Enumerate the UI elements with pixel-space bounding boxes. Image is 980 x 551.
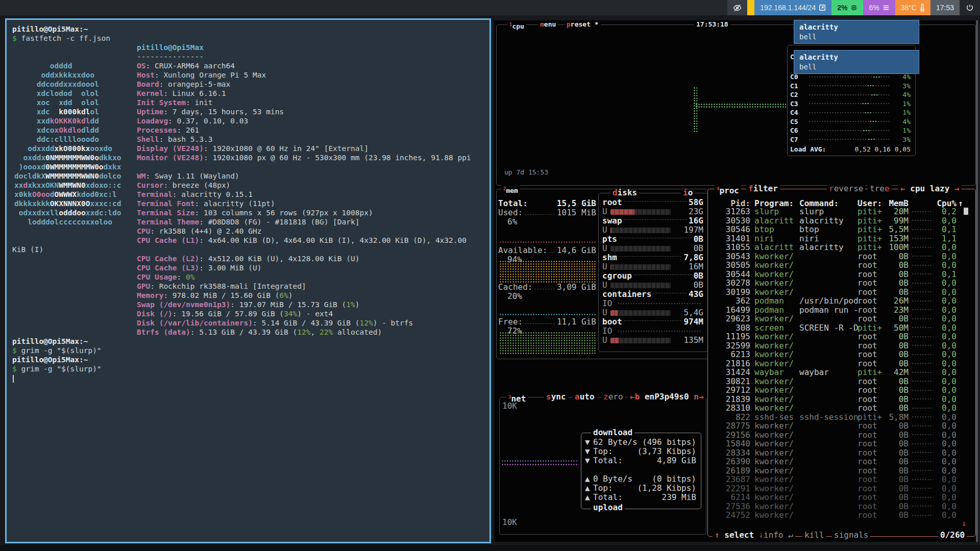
net-auto-button[interactable]: auto xyxy=(573,393,597,400)
process-row[interactable]: 822sshd-sessshd-sessionpiti+5,8M0,0 xyxy=(710,413,972,422)
process-row[interactable]: 27536kworker/root0B0,0 xyxy=(710,502,972,511)
proc-reverse-button[interactable]: reverse xyxy=(827,185,865,192)
process-row[interactable]: 11195kworker/root0B0,0 xyxy=(710,332,972,341)
core-meter xyxy=(808,76,889,78)
notification[interactable]: alacrittybell xyxy=(794,20,919,44)
core-meter xyxy=(808,85,889,87)
process-row[interactable]: 21839kworker/root0B0,0 xyxy=(710,395,972,404)
terminal-line: xdcoxOkdlodldd xyxy=(14,126,121,135)
text-cursor xyxy=(13,375,14,383)
proc-info-button[interactable]: info ↵ xyxy=(762,532,795,539)
core-label: C2 xyxy=(790,90,804,99)
terminal-window[interactable]: pitillo@Opi5Max:~$ fastfetch -c ff.json … xyxy=(5,18,491,543)
btop-menu-button[interactable]: menu xyxy=(538,21,558,28)
crux-ascii-logo: odddd oddxkkkxxdoo ddcoddxxxdoool xdclod… xyxy=(14,61,121,227)
proc-tree-button[interactable]: tree xyxy=(868,185,892,192)
btop-disks-tab[interactable]: disks xyxy=(610,189,639,196)
net-interface-switcher[interactable]: ←b enP3p49s0 n→ xyxy=(628,393,706,400)
process-row[interactable]: 30543kworker/root0B0,0 xyxy=(710,252,972,261)
process-row[interactable]: 28310kworker/root0B0,0 xyxy=(710,404,972,413)
temperature-module[interactable]: 38°C xyxy=(895,0,930,15)
core-label: C4 xyxy=(790,108,804,117)
terminal-line: xdc k000kdlol xyxy=(14,107,121,116)
process-row[interactable]: 28334kworker/root0B0,0 xyxy=(710,448,972,458)
proc-kill-button[interactable]: kill xyxy=(802,532,826,539)
btop-preset-button[interactable]: preset * xyxy=(565,21,601,28)
process-row[interactable]: 32599kworker/root0B0,0 xyxy=(710,341,972,350)
process-row[interactable]: 30278kworker/root0B0,0 xyxy=(710,279,972,288)
notification-body: bell xyxy=(799,32,914,42)
terminal-line: Disk (/var/lib/containers): 5.14 GiB / 4… xyxy=(137,318,471,328)
workspace-indicator[interactable] xyxy=(747,0,754,15)
cpu-module[interactable]: 2% xyxy=(831,0,863,15)
bottom-strip xyxy=(0,545,980,551)
scrollbar-thumb[interactable] xyxy=(964,208,968,215)
proc-select-button[interactable]: ↑ select ↓ xyxy=(713,532,766,539)
process-row[interactable]: 28775kworker/root0B0,0 xyxy=(710,421,972,431)
terminal-line: $ fastfetch -c ff.json xyxy=(12,34,110,43)
mem-cached-graph xyxy=(499,313,596,316)
process-row[interactable]: 308screenSCREEN -R -Dpiti+50M0,0 xyxy=(710,323,972,333)
disk-io-row: IO xyxy=(602,327,703,336)
terminal-line: CPU Cache (L1): 4x64.00 KiB (D), 4x64.00… xyxy=(137,236,471,245)
process-row[interactable]: 29712kworker/root0B0,0 xyxy=(710,386,972,395)
proc-selected-count: 0/260 xyxy=(938,532,967,539)
net-upload-label: upload xyxy=(591,504,625,511)
process-row[interactable]: 23687kworker/root0B0,0 xyxy=(710,475,972,484)
process-row[interactable]: 24752kworker/root0B0,0 xyxy=(710,511,972,520)
terminal-line: Terminal: alacritty 0.15.1 xyxy=(137,190,471,199)
process-row[interactable]: 26390kworker/root0B0,0 xyxy=(710,457,972,466)
net-sync-button[interactable]: sync xyxy=(544,393,568,400)
memory-module[interactable]: 6% xyxy=(863,0,895,15)
process-row[interactable]: 26189kworker/root0B0,0 xyxy=(710,466,972,475)
clock-time: 17:53 xyxy=(936,4,954,12)
process-row[interactable]: 31401niriniripiti+153M1,1 xyxy=(710,234,972,243)
process-row[interactable]: 31055alacrittalacrittypiti+100M0,0 xyxy=(710,243,972,252)
process-row[interactable]: 30530alacrittalacrittypiti+99M0,0 xyxy=(710,216,972,226)
core-label: C5 xyxy=(790,117,804,127)
core-label: C1 xyxy=(790,82,804,91)
power-button[interactable] xyxy=(960,0,980,15)
process-row[interactable]: 6213kworker/root0B0,0 xyxy=(710,350,972,359)
process-row[interactable]: 15840kworker/root0B0,0 xyxy=(710,439,972,448)
mem-used-row: Used:1015 MiB xyxy=(498,208,596,217)
net-zero-button[interactable]: zero xyxy=(601,393,625,400)
process-row[interactable]: 30821kworker/root0B0,0 xyxy=(710,377,972,386)
process-row[interactable]: 16499podmanpodman run -root23M0,0 xyxy=(710,306,972,315)
proc-filter-button[interactable]: filter xyxy=(746,185,780,192)
btop-proc-tab[interactable]: 4proc xyxy=(715,185,741,194)
cpu-core-row: C1 3% xyxy=(790,82,911,91)
net-scale-top: 10K xyxy=(502,401,517,411)
btop-io-toggle[interactable]: io xyxy=(681,189,695,196)
network-address: 192.168.1.144/24 xyxy=(760,4,816,12)
process-row[interactable]: 30199kworker/root0B0,0 xyxy=(710,288,972,297)
core-percent: 1% xyxy=(893,126,911,135)
notification-app: alacritty xyxy=(799,53,914,62)
process-row[interactable]: 31263slurpslurppiti+20M0,2 xyxy=(710,207,972,216)
btop-cpu-tab[interactable]: 1cpu xyxy=(507,21,526,30)
process-row[interactable]: 21816kworker/root0B0,0 xyxy=(710,359,972,368)
notification[interactable]: alacrittybell xyxy=(794,50,919,74)
process-row[interactable]: 30505kworker/root0B0,0 xyxy=(710,261,972,270)
terminal-line: oxddx0NMMMMMMWW0odkkxo xyxy=(14,153,121,162)
process-row[interactable]: 29623kworker/root0B0,0 xyxy=(710,314,972,323)
btop-mem-tab[interactable]: 2mem xyxy=(501,185,520,194)
core-label: C6 xyxy=(790,126,804,135)
process-row[interactable]: 22291kworker/root0B0,0 xyxy=(710,484,972,493)
process-row[interactable]: 30546btopbtoppiti+5,5M0,1 xyxy=(710,225,972,234)
net-stat-row: ▼62 Byte/s(496 bitps) xyxy=(585,438,696,447)
terminal-line: Loadavg: 0.37, 0.10, 0.03 xyxy=(137,116,471,126)
terminal-line: Memory: 978.02 MiB / 15.60 GiB (6%) xyxy=(137,291,471,300)
network-module[interactable]: 192.168.1.144/24 xyxy=(754,0,831,15)
proc-signals-button[interactable]: signals xyxy=(832,532,870,539)
process-row[interactable]: 29156kworker/root0B0,0 xyxy=(710,431,972,440)
clock-module[interactable]: 17:53 xyxy=(930,0,960,15)
process-row[interactable]: 30544kworker/root0B0,1 xyxy=(710,270,972,279)
idle-inhibitor-button[interactable] xyxy=(727,0,747,15)
terminal-line: xxdxkxxOKNWMMWN0xdoxo::c xyxy=(14,181,121,190)
terminal-line: odxxddxkO000kxooxdo xyxy=(14,144,121,153)
proc-sort-selector[interactable]: ← cpu lazy → xyxy=(898,185,962,192)
process-row[interactable]: 362podman/usr/bin/podroot26M0,0 xyxy=(710,296,972,306)
process-row[interactable]: 6214kworker/root0B0,0 xyxy=(710,493,972,502)
process-row[interactable]: 31424waybarwaybarpiti+42M0,0 xyxy=(710,368,972,377)
